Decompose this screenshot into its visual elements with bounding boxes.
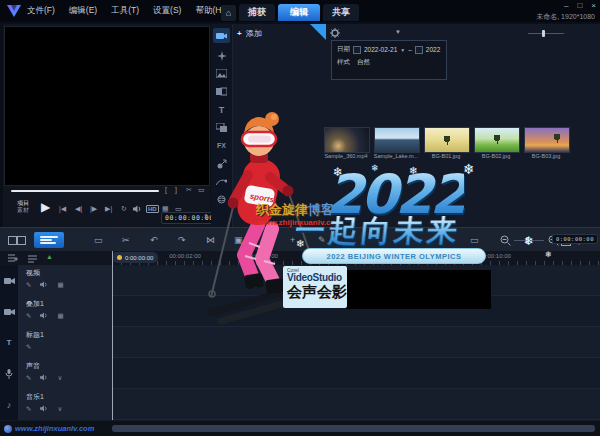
go-start-button[interactable]: |◀ — [59, 205, 66, 212]
edit-pencil-icon[interactable]: ✎ — [318, 234, 326, 246]
menu-help[interactable]: 帮助(H) — [195, 5, 224, 17]
split-clip-icon[interactable]: ✂ — [186, 186, 192, 193]
track-edit-icon[interactable]: ✎ — [26, 374, 31, 382]
track-mute-icon[interactable] — [40, 374, 48, 381]
nav-motion-icon[interactable] — [213, 156, 230, 171]
date-from-checkbox[interactable] — [353, 46, 361, 54]
media-thumbnail[interactable] — [374, 127, 420, 153]
mode-switch[interactable]: 项目 素材 — [17, 200, 29, 214]
date-from-value[interactable]: 2022-02-21 — [364, 46, 397, 53]
track-edit-icon[interactable]: ✎ — [26, 343, 31, 351]
nav-title-icon[interactable]: T — [213, 102, 230, 117]
gallery-dropdown-icon[interactable]: ▼ — [395, 29, 401, 35]
undo-icon[interactable]: ↶ — [150, 234, 158, 246]
timeline-zoom-slider[interactable] — [514, 240, 544, 241]
storyboard-view-button[interactable] — [8, 236, 26, 244]
media-thumbnail[interactable] — [524, 127, 570, 153]
track-header-music[interactable]: 音乐1 ✎ ∨ — [18, 389, 113, 420]
media-thumbnail[interactable] — [474, 127, 520, 153]
track-mute-icon[interactable] — [40, 312, 48, 319]
mix-audio-icon[interactable]: ▭ — [470, 234, 479, 246]
zoom-out-icon[interactable] — [500, 235, 511, 246]
preview-scrubber[interactable] — [11, 190, 159, 192]
track-content-voice[interactable] — [112, 358, 600, 389]
mark-in-icon[interactable]: [ — [165, 186, 167, 193]
tab-capture[interactable]: 捕获 — [239, 4, 275, 21]
motion-track-icon[interactable]: + — [290, 234, 295, 246]
horizontal-scrollbar-thumb[interactable] — [112, 425, 595, 432]
home-icon[interactable]: ⌂ — [221, 5, 236, 21]
track-swap-icon[interactable]: ⇄ — [262, 234, 270, 246]
tab-share[interactable]: 共享 — [323, 4, 359, 21]
project-end-timecode[interactable]: 0:00:00:00 — [552, 234, 598, 244]
copy-icon[interactable]: ▭ — [94, 234, 103, 246]
mute-button[interactable] — [133, 205, 142, 213]
media-thumbnail[interactable] — [424, 127, 470, 153]
close-button[interactable]: × — [591, 1, 596, 10]
menu-settings[interactable]: 设置(S) — [153, 5, 181, 17]
frame-grab-icon[interactable]: ▭ — [175, 205, 182, 212]
track-collapse-icon[interactable]: ∨ — [57, 374, 62, 382]
mode-project-label[interactable]: 项目 — [17, 200, 29, 206]
loop-button[interactable]: ↻ — [121, 205, 127, 212]
track-mute-icon[interactable] — [40, 281, 48, 288]
prev-frame-button[interactable]: ◀| — [75, 205, 82, 212]
nav-media-icon[interactable] — [213, 28, 230, 43]
nav-filter-icon[interactable]: FX — [213, 138, 230, 153]
track-options-icon[interactable]: ▦ — [57, 312, 63, 320]
mark-out-icon[interactable]: ] — [175, 186, 177, 193]
nav-photo-icon[interactable] — [213, 66, 230, 81]
track-header-voice[interactable]: 声音 ✎ ∨ — [18, 358, 113, 389]
add-folder-button[interactable]: +添加 — [237, 28, 262, 39]
timeline-ruler[interactable]: 00:00:02:00 00:00:04:00 00:00:06:00 00:0… — [112, 251, 600, 265]
date-to-value[interactable]: 2022 — [426, 46, 440, 53]
track-content-music[interactable] — [112, 389, 600, 420]
ripple-trim-icon[interactable]: ⋈ — [206, 234, 215, 246]
voice-track-icon[interactable] — [0, 358, 19, 389]
track-header-video[interactable]: 视频 ✎ ▦ — [18, 265, 113, 296]
track-header-overlay[interactable]: 叠加1 ✎ ▦ — [18, 296, 113, 327]
timeline-zoom-slider-thumb[interactable] — [526, 237, 529, 244]
preview-timecode[interactable]: 00:00:00:00 — [161, 212, 218, 224]
go-end-button[interactable]: ▶| — [105, 205, 112, 212]
track-collapse-icon[interactable]: ∨ — [57, 405, 62, 413]
play-button[interactable]: ▶ — [41, 200, 50, 214]
menu-file[interactable]: 文件(F) — [27, 5, 55, 17]
track-edit-icon[interactable]: ✎ — [26, 405, 31, 413]
track-edit-icon[interactable]: ✎ — [26, 281, 31, 289]
track-content-title[interactable] — [112, 327, 600, 358]
thumbnail-size-slider[interactable] — [528, 33, 564, 34]
record-capture-icon[interactable]: ▲ — [46, 253, 53, 260]
overlay-track-icon[interactable] — [0, 296, 19, 327]
track-content-video[interactable] — [112, 265, 600, 296]
playhead-timecode-chip[interactable]: 0:00:00:00 — [112, 252, 158, 263]
track-options-icon[interactable]: ▦ — [57, 281, 63, 289]
title-track-icon[interactable]: T — [0, 327, 19, 358]
redo-icon[interactable]: ↷ — [178, 234, 186, 246]
import-corner-icon[interactable] — [310, 24, 326, 40]
menu-edit[interactable]: 编辑(E) — [69, 5, 97, 17]
video-track-icon[interactable] — [0, 265, 19, 296]
timeline-view-button[interactable] — [34, 232, 64, 248]
nav-path-icon[interactable] — [213, 174, 230, 189]
date-to-checkbox[interactable] — [415, 46, 423, 54]
next-frame-button[interactable]: |▶ — [90, 205, 97, 212]
hd-toggle[interactable]: HD — [146, 205, 159, 213]
playhead-line[interactable] — [112, 251, 113, 420]
thumbnail-size-slider-thumb[interactable] — [542, 30, 545, 37]
scissors-icon[interactable]: ✂ — [122, 234, 130, 246]
gear-icon[interactable] — [330, 28, 340, 38]
tab-edit[interactable]: 编辑 — [278, 4, 320, 21]
media-thumbnail[interactable] — [324, 127, 370, 153]
nav-3d-icon[interactable] — [213, 192, 230, 207]
music-track-icon[interactable]: ♪ — [0, 389, 19, 420]
menu-tools[interactable]: 工具(T) — [111, 5, 139, 17]
nav-overlay-icon[interactable] — [213, 120, 230, 135]
nav-transition-icon[interactable] — [213, 84, 230, 99]
nav-instant-project-icon[interactable] — [213, 48, 230, 63]
enlarge-preview-icon[interactable]: ▭ — [198, 186, 205, 193]
track-content-overlay[interactable] — [112, 296, 600, 327]
maximize-button[interactable]: □ — [577, 1, 582, 10]
timecode-stepper[interactable]: ⇕ — [203, 213, 209, 220]
track-edit-icon[interactable]: ✎ — [26, 312, 31, 320]
